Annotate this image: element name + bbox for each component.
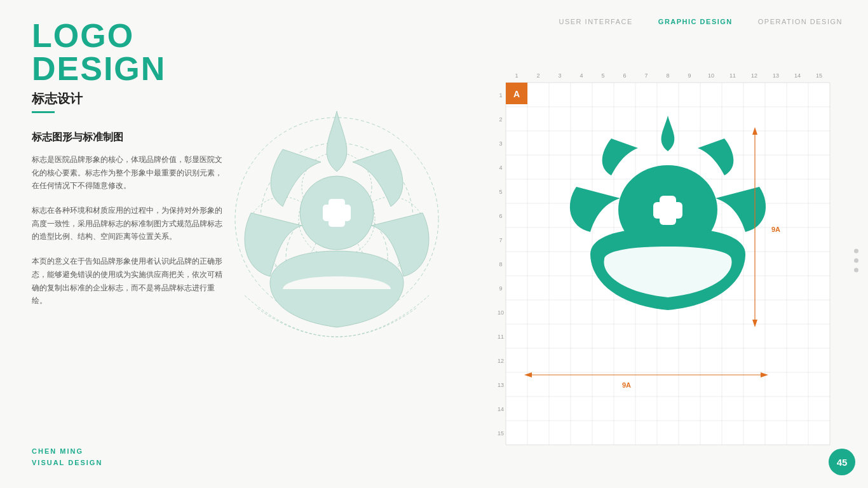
nav-graphic-design[interactable]: GRAPHIC DESIGN (658, 18, 733, 25)
svg-text:7: 7 (499, 237, 502, 243)
svg-text:2: 2 (536, 72, 539, 79)
svg-text:1: 1 (499, 92, 502, 98)
svg-text:6: 6 (623, 72, 626, 79)
dot-3 (854, 268, 858, 273)
svg-text:4: 4 (499, 165, 502, 171)
svg-text:5: 5 (499, 189, 502, 195)
svg-rect-77 (653, 202, 682, 219)
svg-text:8: 8 (499, 261, 502, 268)
svg-text:10: 10 (708, 72, 714, 79)
svg-text:9: 9 (688, 72, 691, 79)
svg-text:11: 11 (729, 72, 736, 79)
svg-text:14: 14 (498, 406, 504, 412)
svg-text:13: 13 (498, 382, 504, 388)
svg-text:8: 8 (666, 72, 669, 79)
brand-tagline: VISUAL DESIGN (32, 457, 102, 469)
body-text-3: 本页的意义在于告知品牌形象使用者认识此品牌的正确形态，能够避免错误的使用或为实施… (32, 255, 229, 308)
logo-sketch-svg (219, 73, 454, 384)
svg-text:7: 7 (644, 72, 648, 79)
svg-text:15: 15 (816, 72, 822, 79)
svg-text:9: 9 (499, 285, 502, 292)
dot-2 (854, 259, 858, 263)
svg-text:9A: 9A (771, 226, 780, 233)
dot-1 (854, 249, 858, 254)
svg-text:13: 13 (773, 72, 779, 79)
svg-text:1: 1 (515, 72, 518, 79)
svg-text:12: 12 (751, 72, 757, 79)
svg-text:3: 3 (558, 72, 561, 79)
svg-text:9A: 9A (622, 381, 631, 389)
brand-name: CHEN MING (32, 445, 102, 458)
grid-svg: 1 2 3 4 5 6 7 8 9 10 11 12 13 14 15 1 2 … (487, 64, 843, 458)
svg-text:10: 10 (498, 309, 504, 316)
body-text-2: 标志在各种环境和材质应用的过程中，为保持对外形象的高度一致性，采用品牌标志的标准… (32, 204, 229, 243)
svg-text:6: 6 (499, 213, 502, 219)
svg-text:12: 12 (498, 358, 504, 364)
nav-user-interface[interactable]: USER INTERFACE (559, 18, 632, 25)
svg-rect-9 (323, 205, 351, 221)
side-dots (854, 249, 858, 273)
footer-brand: CHEN MING VISUAL DESIGN (32, 445, 102, 469)
grid-container: 1 2 3 4 5 6 7 8 9 10 11 12 13 14 15 1 2 … (487, 64, 843, 458)
left-panel: LOGO DESIGN 标志设计 标志图形与标准制图 标志是医院品牌形象的核心，… (32, 19, 229, 319)
top-navigation: USER INTERFACE GRAPHIC DESIGN OPERATION … (559, 18, 843, 25)
svg-text:14: 14 (794, 72, 801, 79)
svg-text:A: A (513, 89, 520, 99)
logo-sketch-area (216, 64, 458, 394)
svg-text:2: 2 (499, 116, 502, 123)
page-title-en: LOGO DESIGN (32, 19, 229, 85)
svg-text:11: 11 (498, 334, 504, 340)
body-text-1: 标志是医院品牌形象的核心，体现品牌价值，彰显医院文化的核心要素。标志作为整个形象… (32, 153, 229, 193)
title-underline (32, 111, 55, 113)
svg-text:5: 5 (601, 72, 604, 79)
page-number: 45 (829, 449, 855, 475)
svg-text:15: 15 (498, 430, 504, 437)
page-title-zh: 标志设计 (32, 90, 229, 107)
svg-text:3: 3 (499, 140, 502, 147)
section-title: 标志图形与标准制图 (32, 131, 229, 144)
nav-operation-design[interactable]: OPERATION DESIGN (758, 18, 843, 25)
grid-area: 1 2 3 4 5 6 7 8 9 10 11 12 13 14 15 1 2 … (487, 64, 843, 458)
svg-text:4: 4 (580, 72, 583, 79)
